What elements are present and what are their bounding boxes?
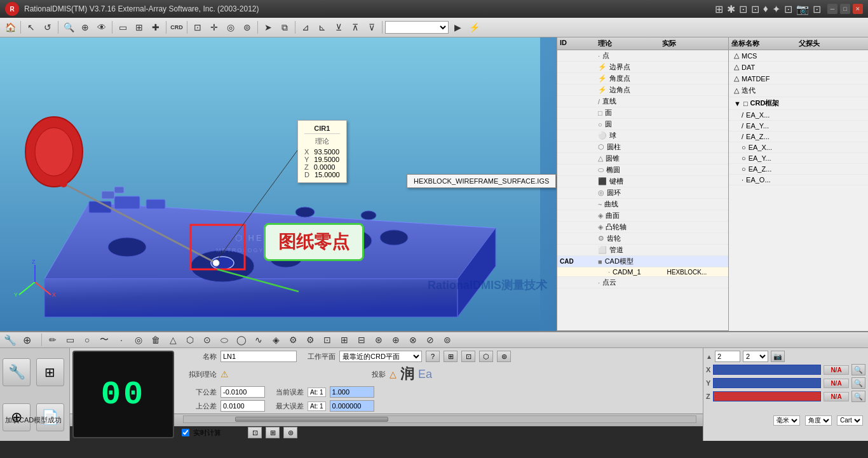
list-item[interactable]: ⚪球 [557, 130, 728, 142]
bt-btn-misc5[interactable]: ⊗ [405, 332, 421, 347]
list-item[interactable]: CAD ■CAD模型 [557, 256, 728, 267]
zoom-in-button[interactable]: 🔍 [61, 20, 76, 35]
bt-btn-misc1[interactable]: ⊞ [337, 332, 352, 347]
realtime-checkbox[interactable] [182, 429, 189, 436]
maximize-button[interactable]: □ [840, 4, 850, 14]
view-btn-3[interactable]: ⬡ [479, 351, 493, 362]
bt-btn-donut[interactable]: ◯ [234, 332, 249, 347]
close-button[interactable]: ✕ [853, 4, 863, 14]
bt-btn-pencil[interactable]: ✏ [45, 332, 60, 347]
bt-btn-ring[interactable]: ◎ [131, 332, 146, 347]
max-error-input[interactable] [330, 400, 374, 412]
coord-item-ea-z1[interactable]: / EA_Z... [729, 131, 868, 142]
bt-btn-misc6[interactable]: ⊘ [423, 332, 438, 347]
dim1-button[interactable]: ⊿ [298, 20, 313, 35]
dim2-button[interactable]: ⊾ [315, 20, 330, 35]
toolbar-icon-4[interactable]: ⊡ [751, 3, 759, 15]
list-item[interactable]: ·CADM_1 HEXBLOCK... [557, 267, 728, 277]
viewport-3d[interactable]: ⬡ HEXAGON METROLOGY CIR1 [0, 37, 557, 331]
toolbar-icon-3[interactable]: ⊡ [739, 3, 747, 15]
probe-btn-2[interactable]: ⊕ [19, 332, 34, 347]
rect-select-button[interactable]: ▭ [115, 20, 130, 35]
list-item[interactable]: ◈凸轮轴 [557, 222, 728, 233]
list-item[interactable]: ⚡角度点 [557, 73, 728, 84]
coord-item-ea-x1[interactable]: / EA_X... [729, 110, 868, 121]
copy-button[interactable]: ⧉ [277, 20, 292, 35]
dim3-button[interactable]: ⊻ [331, 20, 346, 35]
coord-item-crd[interactable]: ▼ □ CRD框架 [729, 97, 868, 110]
probe-btn-1[interactable]: 🔧 [3, 332, 18, 347]
filter-button[interactable]: ⚡ [466, 20, 482, 35]
bt-btn-surface[interactable]: ◈ [268, 332, 283, 347]
coord-item-ea-o[interactable]: · EA_O... [729, 175, 868, 185]
coordinate-button[interactable]: ⊞ [36, 358, 64, 386]
list-item[interactable]: △圆锥 [557, 153, 728, 165]
coord-item-ea-y1[interactable]: / EA_Y... [729, 121, 868, 131]
workplane-help-button[interactable]: ? [426, 351, 440, 362]
bt-btn-dot[interactable]: · [114, 332, 129, 347]
list-item[interactable]: ⚡边界点 [557, 62, 728, 73]
list-item[interactable]: ⚙齿轮 [557, 233, 728, 245]
plus-button[interactable]: ✚ [148, 20, 163, 35]
unit-combo[interactable]: 毫米 [773, 415, 800, 426]
bt-btn-hex[interactable]: ⬡ [182, 332, 198, 347]
dim5-button[interactable]: ⊽ [364, 20, 379, 35]
list-item[interactable]: ·点 [557, 50, 728, 62]
export-btn-2[interactable]: ⊞ [266, 427, 280, 438]
toolbar-icon-2[interactable]: ✱ [727, 3, 735, 15]
list-item[interactable]: ~曲线 [557, 199, 728, 210]
list-item[interactable]: ⚡边角点 [557, 84, 728, 96]
minimize-button[interactable]: ─ [827, 4, 837, 14]
coord-item-ea-y2[interactable]: ○ EA_Y... [729, 153, 868, 164]
coord-item-iterate[interactable]: △ 迭代 [729, 84, 868, 97]
rotate-button[interactable]: ↺ [40, 20, 55, 35]
coord-item-ea-x2[interactable]: ○ EA_X... [729, 142, 868, 153]
number-input[interactable] [715, 351, 740, 362]
current-error-input[interactable] [330, 386, 374, 398]
list-item[interactable]: ◈曲面 [557, 210, 728, 222]
probe-setup-button[interactable]: 🔧 [3, 358, 31, 386]
bt-btn-misc7[interactable]: ⊚ [440, 332, 455, 347]
z-zoom-button[interactable]: 🔍 [851, 391, 865, 402]
layers-button[interactable]: ⊡ [190, 20, 205, 35]
view-btn-4[interactable]: ⊚ [497, 351, 511, 362]
arrow2-button[interactable]: ➤ [261, 20, 276, 35]
coord-item-mcs[interactable]: △ MCS [729, 50, 868, 62]
list-item[interactable]: ⬜管道 [557, 245, 728, 256]
list-item[interactable]: □面 [557, 107, 728, 119]
bt-btn-rect[interactable]: ▭ [62, 332, 78, 347]
export-btn-3[interactable]: ⊚ [283, 427, 297, 438]
coord-item-matdef[interactable]: △ MATDEF [729, 73, 868, 84]
bt-btn-misc3[interactable]: ⊛ [371, 332, 386, 347]
list-item[interactable]: ⬭椭圆 [557, 165, 728, 176]
list-item[interactable]: ·点云 [557, 277, 728, 288]
exec-button[interactable]: ▶ [450, 20, 465, 35]
bt-btn-trash[interactable]: 🗑 [148, 332, 163, 347]
target-button[interactable]: ◎ [223, 20, 238, 35]
coord-item-ea-z2[interactable]: ○ EA_Z... [729, 164, 868, 175]
view-btn-1[interactable]: ⊞ [444, 351, 458, 362]
name-input[interactable] [220, 351, 297, 362]
eye-button[interactable]: 👁 [94, 20, 109, 35]
bt-btn-circle2[interactable]: ⊙ [200, 332, 215, 347]
angle-combo[interactable]: 角度 [805, 415, 832, 426]
bt-btn-pipe[interactable]: ⊡ [320, 332, 335, 347]
bt-btn-misc2[interactable]: ⊟ [354, 332, 369, 347]
toolbar-icon-7[interactable]: ⊡ [784, 3, 792, 15]
list-item[interactable]: ◎圆环 [557, 187, 728, 199]
move-button[interactable]: ✛ [207, 20, 222, 35]
crd-button[interactable]: CRD [169, 20, 184, 35]
bt-btn-circle[interactable]: ○ [79, 332, 95, 347]
list-item[interactable]: ○圆 [557, 119, 728, 130]
dim4-button[interactable]: ⊼ [348, 20, 363, 35]
view-btn-2[interactable]: ⊡ [461, 351, 475, 362]
bt-btn-triangle[interactable]: △ [165, 332, 180, 347]
scan-button[interactable]: ⊚ [240, 20, 255, 35]
select-button[interactable]: ↖ [24, 20, 39, 35]
toolbar-icon-9[interactable]: ⊡ [813, 3, 821, 15]
grid-button[interactable]: ⊞ [132, 20, 147, 35]
toolbar-icon-6[interactable]: ✦ [772, 3, 780, 15]
list-item[interactable]: ⬡圆柱 [557, 142, 728, 153]
magnify-button[interactable]: ⊕ [78, 20, 93, 35]
home-button[interactable]: 🏠 [3, 20, 18, 35]
